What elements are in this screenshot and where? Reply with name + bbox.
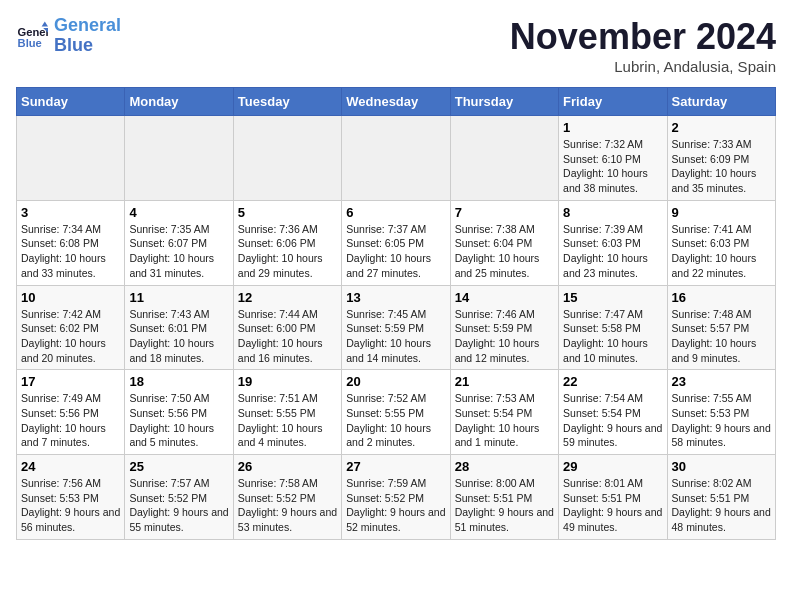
calendar-cell: 25 Sunrise: 7:57 AMSunset: 5:52 PMDaylig…	[125, 455, 233, 540]
day-detail: Sunrise: 7:56 AMSunset: 5:53 PMDaylight:…	[21, 477, 120, 533]
svg-text:Blue: Blue	[18, 37, 42, 49]
day-number: 24	[21, 459, 120, 474]
day-number: 14	[455, 290, 554, 305]
day-detail: Sunrise: 8:00 AMSunset: 5:51 PMDaylight:…	[455, 477, 554, 533]
calendar-cell: 22 Sunrise: 7:54 AMSunset: 5:54 PMDaylig…	[559, 370, 667, 455]
weekday-header: Monday	[125, 88, 233, 116]
calendar-cell	[233, 116, 341, 201]
day-detail: Sunrise: 7:47 AMSunset: 5:58 PMDaylight:…	[563, 308, 648, 364]
day-detail: Sunrise: 7:51 AMSunset: 5:55 PMDaylight:…	[238, 392, 323, 448]
calendar-week-row: 17 Sunrise: 7:49 AMSunset: 5:56 PMDaylig…	[17, 370, 776, 455]
day-number: 12	[238, 290, 337, 305]
calendar-cell	[450, 116, 558, 201]
day-detail: Sunrise: 7:57 AMSunset: 5:52 PMDaylight:…	[129, 477, 228, 533]
day-number: 28	[455, 459, 554, 474]
day-number: 26	[238, 459, 337, 474]
day-detail: Sunrise: 7:54 AMSunset: 5:54 PMDaylight:…	[563, 392, 662, 448]
day-number: 17	[21, 374, 120, 389]
svg-text:General: General	[18, 26, 48, 38]
calendar-cell	[17, 116, 125, 201]
day-number: 13	[346, 290, 445, 305]
day-detail: Sunrise: 7:41 AMSunset: 6:03 PMDaylight:…	[672, 223, 757, 279]
day-detail: Sunrise: 7:32 AMSunset: 6:10 PMDaylight:…	[563, 138, 648, 194]
day-number: 27	[346, 459, 445, 474]
day-number: 7	[455, 205, 554, 220]
weekday-header: Friday	[559, 88, 667, 116]
day-number: 19	[238, 374, 337, 389]
calendar-cell: 2 Sunrise: 7:33 AMSunset: 6:09 PMDayligh…	[667, 116, 775, 201]
calendar-cell	[342, 116, 450, 201]
calendar-cell: 21 Sunrise: 7:53 AMSunset: 5:54 PMDaylig…	[450, 370, 558, 455]
calendar-cell: 27 Sunrise: 7:59 AMSunset: 5:52 PMDaylig…	[342, 455, 450, 540]
weekday-header: Sunday	[17, 88, 125, 116]
day-detail: Sunrise: 7:55 AMSunset: 5:53 PMDaylight:…	[672, 392, 771, 448]
day-number: 16	[672, 290, 771, 305]
day-number: 25	[129, 459, 228, 474]
calendar-week-row: 1 Sunrise: 7:32 AMSunset: 6:10 PMDayligh…	[17, 116, 776, 201]
day-detail: Sunrise: 7:46 AMSunset: 5:59 PMDaylight:…	[455, 308, 540, 364]
svg-marker-2	[42, 21, 48, 26]
calendar-cell: 20 Sunrise: 7:52 AMSunset: 5:55 PMDaylig…	[342, 370, 450, 455]
calendar-cell: 9 Sunrise: 7:41 AMSunset: 6:03 PMDayligh…	[667, 200, 775, 285]
calendar-cell: 30 Sunrise: 8:02 AMSunset: 5:51 PMDaylig…	[667, 455, 775, 540]
calendar-cell: 29 Sunrise: 8:01 AMSunset: 5:51 PMDaylig…	[559, 455, 667, 540]
weekday-header: Saturday	[667, 88, 775, 116]
day-number: 11	[129, 290, 228, 305]
day-number: 29	[563, 459, 662, 474]
day-detail: Sunrise: 7:53 AMSunset: 5:54 PMDaylight:…	[455, 392, 540, 448]
day-number: 15	[563, 290, 662, 305]
calendar-cell: 17 Sunrise: 7:49 AMSunset: 5:56 PMDaylig…	[17, 370, 125, 455]
calendar-cell: 11 Sunrise: 7:43 AMSunset: 6:01 PMDaylig…	[125, 285, 233, 370]
calendar-cell: 18 Sunrise: 7:50 AMSunset: 5:56 PMDaylig…	[125, 370, 233, 455]
calendar-cell: 14 Sunrise: 7:46 AMSunset: 5:59 PMDaylig…	[450, 285, 558, 370]
calendar-cell: 23 Sunrise: 7:55 AMSunset: 5:53 PMDaylig…	[667, 370, 775, 455]
day-number: 18	[129, 374, 228, 389]
calendar-header-row: SundayMondayTuesdayWednesdayThursdayFrid…	[17, 88, 776, 116]
day-number: 6	[346, 205, 445, 220]
day-detail: Sunrise: 7:52 AMSunset: 5:55 PMDaylight:…	[346, 392, 431, 448]
calendar-cell: 13 Sunrise: 7:45 AMSunset: 5:59 PMDaylig…	[342, 285, 450, 370]
calendar-cell: 5 Sunrise: 7:36 AMSunset: 6:06 PMDayligh…	[233, 200, 341, 285]
day-number: 30	[672, 459, 771, 474]
day-number: 8	[563, 205, 662, 220]
calendar-week-row: 10 Sunrise: 7:42 AMSunset: 6:02 PMDaylig…	[17, 285, 776, 370]
logo-icon: General Blue	[16, 20, 48, 52]
calendar-cell: 1 Sunrise: 7:32 AMSunset: 6:10 PMDayligh…	[559, 116, 667, 201]
day-number: 22	[563, 374, 662, 389]
day-number: 21	[455, 374, 554, 389]
weekday-header: Tuesday	[233, 88, 341, 116]
calendar-table: SundayMondayTuesdayWednesdayThursdayFrid…	[16, 87, 776, 540]
day-detail: Sunrise: 7:38 AMSunset: 6:04 PMDaylight:…	[455, 223, 540, 279]
calendar-cell: 15 Sunrise: 7:47 AMSunset: 5:58 PMDaylig…	[559, 285, 667, 370]
page-header: General Blue GeneralBlue November 2024 L…	[16, 16, 776, 75]
day-number: 10	[21, 290, 120, 305]
calendar-week-row: 24 Sunrise: 7:56 AMSunset: 5:53 PMDaylig…	[17, 455, 776, 540]
day-detail: Sunrise: 7:37 AMSunset: 6:05 PMDaylight:…	[346, 223, 431, 279]
day-number: 1	[563, 120, 662, 135]
day-number: 23	[672, 374, 771, 389]
logo-text: GeneralBlue	[54, 16, 121, 56]
day-detail: Sunrise: 7:39 AMSunset: 6:03 PMDaylight:…	[563, 223, 648, 279]
calendar-cell: 8 Sunrise: 7:39 AMSunset: 6:03 PMDayligh…	[559, 200, 667, 285]
calendar-cell: 3 Sunrise: 7:34 AMSunset: 6:08 PMDayligh…	[17, 200, 125, 285]
month-title: November 2024	[510, 16, 776, 58]
day-detail: Sunrise: 7:44 AMSunset: 6:00 PMDaylight:…	[238, 308, 323, 364]
day-number: 20	[346, 374, 445, 389]
calendar-cell: 19 Sunrise: 7:51 AMSunset: 5:55 PMDaylig…	[233, 370, 341, 455]
weekday-header: Thursday	[450, 88, 558, 116]
day-number: 9	[672, 205, 771, 220]
calendar-cell: 4 Sunrise: 7:35 AMSunset: 6:07 PMDayligh…	[125, 200, 233, 285]
weekday-header: Wednesday	[342, 88, 450, 116]
day-detail: Sunrise: 7:50 AMSunset: 5:56 PMDaylight:…	[129, 392, 214, 448]
calendar-cell: 28 Sunrise: 8:00 AMSunset: 5:51 PMDaylig…	[450, 455, 558, 540]
day-detail: Sunrise: 7:36 AMSunset: 6:06 PMDaylight:…	[238, 223, 323, 279]
calendar-cell: 10 Sunrise: 7:42 AMSunset: 6:02 PMDaylig…	[17, 285, 125, 370]
day-number: 5	[238, 205, 337, 220]
day-detail: Sunrise: 7:33 AMSunset: 6:09 PMDaylight:…	[672, 138, 757, 194]
calendar-cell	[125, 116, 233, 201]
day-detail: Sunrise: 8:01 AMSunset: 5:51 PMDaylight:…	[563, 477, 662, 533]
day-detail: Sunrise: 7:48 AMSunset: 5:57 PMDaylight:…	[672, 308, 757, 364]
logo: General Blue GeneralBlue	[16, 16, 121, 56]
day-number: 4	[129, 205, 228, 220]
title-block: November 2024 Lubrin, Andalusia, Spain	[510, 16, 776, 75]
